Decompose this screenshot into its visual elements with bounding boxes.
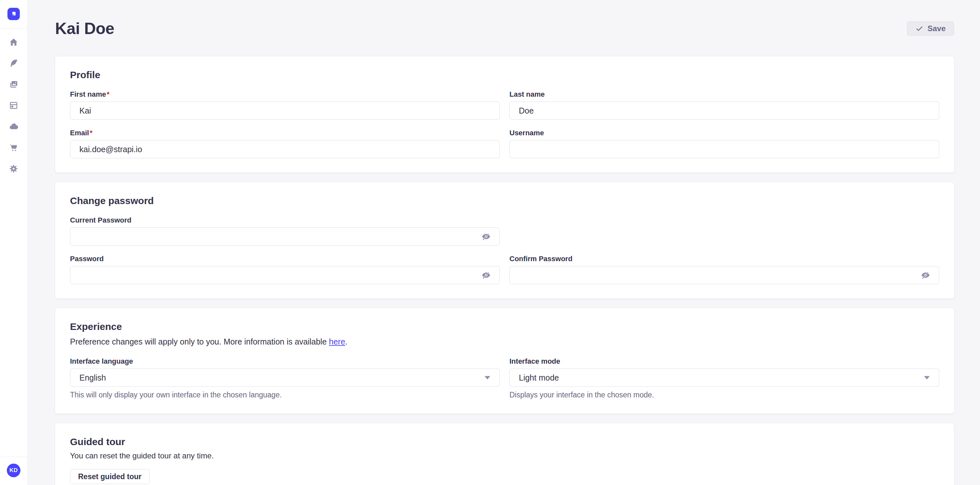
interface-language-select[interactable]: English: [70, 369, 500, 387]
change-password-heading: Change password: [70, 195, 939, 206]
toggle-current-password-visibility-button[interactable]: [481, 231, 491, 242]
required-asterisk: *: [90, 129, 93, 137]
change-password-card: Change password Current Password: [55, 182, 954, 298]
confirm-password-field: Confirm Password: [509, 255, 939, 284]
caret-down-icon: [923, 375, 931, 380]
current-password-field: Current Password: [70, 216, 500, 246]
caret-down-icon: [484, 375, 491, 380]
username-field: Username: [509, 129, 939, 158]
interface-language-hint: This will only display your own interfac…: [70, 390, 500, 399]
logo-container: [0, 0, 27, 29]
interface-language-value: English: [80, 373, 106, 383]
sidebar-nav: [0, 29, 27, 457]
first-name-label-text: First name: [70, 90, 106, 98]
more-information-link[interactable]: here: [329, 337, 345, 346]
email-input[interactable]: [70, 140, 500, 158]
interface-mode-label: Interface mode: [509, 357, 939, 365]
cloud-icon: [9, 122, 19, 131]
experience-heading: Experience: [70, 321, 939, 332]
experience-description: Preference changes will apply only to yo…: [70, 337, 939, 347]
guided-tour-description: You can reset the guided tour at any tim…: [70, 451, 939, 461]
email-label: Email*: [70, 129, 500, 137]
main-content: Kai Doe Save Profile First name* Last na…: [27, 0, 980, 485]
interface-mode-select[interactable]: Light mode: [509, 369, 939, 387]
last-name-label: Last name: [509, 90, 939, 99]
guided-tour-heading: Guided tour: [70, 436, 939, 447]
email-field: Email*: [70, 129, 500, 158]
new-password-label: Password: [70, 255, 500, 263]
experience-form: Interface language English This will onl…: [70, 357, 939, 399]
sidebar: KD: [0, 0, 27, 485]
gear-icon: [9, 164, 19, 174]
profile-form: First name* Last name Email* Username: [70, 90, 939, 158]
sidebar-item-marketplace[interactable]: [9, 143, 19, 153]
last-name-input[interactable]: [509, 102, 939, 120]
sidebar-item-media-library[interactable]: [9, 80, 19, 89]
new-password-field: Password: [70, 255, 500, 284]
user-avatar[interactable]: KD: [7, 464, 21, 477]
interface-mode-hint: Displays your interface in the chosen mo…: [509, 390, 939, 399]
experience-description-suffix: .: [345, 337, 347, 346]
strapi-logo[interactable]: [8, 8, 20, 20]
shopping-cart-icon: [9, 143, 19, 153]
last-name-field: Last name: [509, 90, 939, 120]
first-name-input[interactable]: [70, 102, 500, 120]
profile-heading: Profile: [70, 69, 939, 80]
sidebar-footer: KD: [0, 457, 27, 485]
layout-icon: [9, 101, 19, 110]
confirm-password-input[interactable]: [509, 266, 939, 284]
save-button-label: Save: [928, 24, 946, 33]
sidebar-item-content-manager[interactable]: [9, 58, 19, 68]
interface-language-label: Interface language: [70, 357, 500, 365]
toggle-confirm-password-visibility-button[interactable]: [920, 270, 931, 280]
password-form: Current Password Pass: [70, 216, 939, 284]
interface-mode-value: Light mode: [519, 373, 559, 383]
sidebar-item-cloud[interactable]: [9, 122, 19, 131]
experience-card: Experience Preference changes will apply…: [55, 308, 954, 414]
app-window: KD Kai Doe Save Profile First name*: [0, 0, 980, 485]
page-title: Kai Doe: [55, 19, 115, 38]
images-icon: [9, 80, 19, 89]
home-icon: [9, 37, 19, 47]
guided-tour-card: Guided tour You can reset the guided tou…: [55, 423, 954, 485]
current-password-input[interactable]: [70, 227, 500, 246]
sidebar-item-home[interactable]: [9, 37, 19, 47]
password-grid-spacer: [509, 216, 939, 246]
eye-off-icon: [481, 231, 491, 241]
save-button[interactable]: Save: [907, 21, 954, 36]
email-label-text: Email: [70, 129, 89, 137]
confirm-password-label: Confirm Password: [509, 255, 939, 263]
check-icon: [915, 25, 923, 32]
reset-guided-tour-button[interactable]: Reset guided tour: [70, 469, 150, 484]
username-input[interactable]: [509, 140, 939, 158]
sidebar-item-settings[interactable]: [9, 164, 19, 174]
page-header: Kai Doe Save: [55, 0, 954, 38]
toggle-new-password-visibility-button[interactable]: [481, 270, 491, 280]
eye-off-icon: [481, 270, 491, 280]
username-label: Username: [509, 129, 939, 137]
current-password-label: Current Password: [70, 216, 500, 225]
required-asterisk: *: [107, 90, 110, 98]
interface-mode-field: Interface mode Light mode Displays your …: [509, 357, 939, 399]
sidebar-item-content-type-builder[interactable]: [9, 101, 19, 110]
strapi-logo-icon: [10, 10, 18, 18]
eye-off-icon: [921, 270, 931, 280]
interface-language-field: Interface language English This will onl…: [70, 357, 500, 399]
experience-description-text: Preference changes will apply only to yo…: [70, 337, 327, 346]
feather-pen-icon: [9, 58, 19, 68]
first-name-label: First name*: [70, 90, 500, 99]
profile-card: Profile First name* Last name Email* Use…: [55, 56, 954, 172]
new-password-input[interactable]: [70, 266, 500, 284]
first-name-field: First name*: [70, 90, 500, 120]
